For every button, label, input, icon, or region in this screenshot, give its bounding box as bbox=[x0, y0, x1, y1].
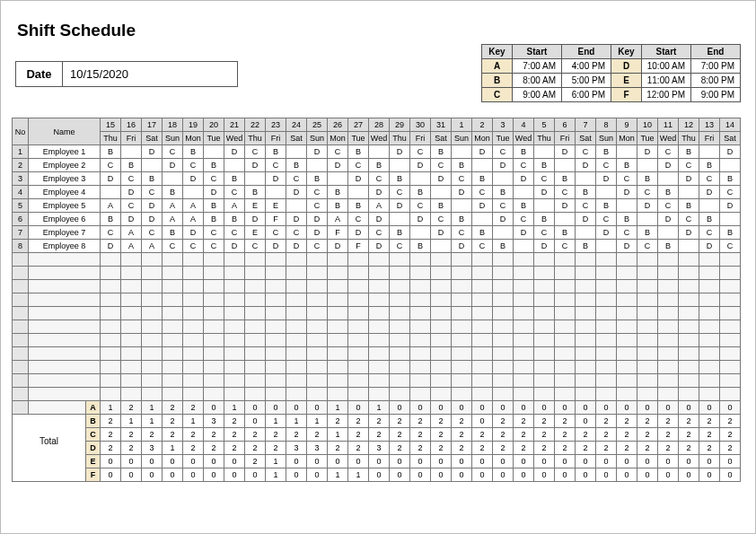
shift-cell[interactable] bbox=[410, 388, 431, 401]
shift-cell[interactable] bbox=[224, 361, 245, 374]
shift-cell[interactable] bbox=[699, 307, 720, 320]
shift-cell[interactable] bbox=[637, 334, 658, 347]
shift-cell[interactable] bbox=[596, 307, 617, 320]
shift-cell[interactable] bbox=[390, 280, 410, 293]
shift-cell[interactable] bbox=[617, 293, 637, 307]
shift-cell[interactable] bbox=[307, 293, 328, 307]
shift-cell[interactable]: C bbox=[307, 186, 328, 199]
shift-cell[interactable] bbox=[679, 186, 699, 199]
shift-cell[interactable] bbox=[555, 374, 576, 388]
shift-cell[interactable]: D bbox=[720, 145, 741, 159]
shift-cell[interactable] bbox=[410, 374, 431, 388]
shift-cell[interactable] bbox=[410, 320, 431, 334]
shift-cell[interactable]: A bbox=[163, 213, 183, 226]
shift-cell[interactable] bbox=[369, 334, 390, 347]
shift-cell[interactable] bbox=[452, 347, 472, 361]
shift-cell[interactable]: C bbox=[514, 213, 534, 226]
shift-cell[interactable]: B bbox=[204, 159, 224, 172]
shift-cell[interactable]: D bbox=[534, 240, 555, 253]
shift-cell[interactable]: B bbox=[493, 186, 514, 199]
shift-cell[interactable] bbox=[617, 388, 637, 401]
shift-cell[interactable] bbox=[534, 320, 555, 334]
shift-cell[interactable] bbox=[163, 374, 183, 388]
shift-cell[interactable] bbox=[410, 361, 431, 374]
shift-cell[interactable] bbox=[245, 388, 266, 401]
shift-cell[interactable] bbox=[617, 280, 637, 293]
shift-cell[interactable]: B bbox=[658, 240, 679, 253]
shift-cell[interactable]: C bbox=[617, 172, 637, 186]
shift-cell[interactable] bbox=[163, 267, 183, 280]
shift-cell[interactable] bbox=[390, 267, 410, 280]
shift-cell[interactable]: A bbox=[369, 199, 390, 213]
shift-cell[interactable] bbox=[514, 253, 534, 267]
shift-cell[interactable] bbox=[204, 307, 224, 320]
shift-cell[interactable] bbox=[493, 267, 514, 280]
shift-cell[interactable] bbox=[514, 280, 534, 293]
shift-cell[interactable] bbox=[472, 213, 493, 226]
shift-cell[interactable]: A bbox=[183, 213, 204, 226]
shift-cell[interactable] bbox=[720, 307, 741, 320]
shift-cell[interactable] bbox=[658, 388, 679, 401]
shift-cell[interactable] bbox=[328, 334, 348, 347]
shift-cell[interactable]: C bbox=[493, 199, 514, 213]
shift-cell[interactable] bbox=[699, 347, 720, 361]
shift-cell[interactable]: B bbox=[679, 199, 699, 213]
shift-cell[interactable] bbox=[245, 172, 266, 186]
shift-cell[interactable] bbox=[121, 253, 142, 267]
shift-cell[interactable]: D bbox=[286, 213, 307, 226]
shift-cell[interactable] bbox=[576, 347, 596, 361]
shift-cell[interactable] bbox=[555, 388, 576, 401]
shift-cell[interactable]: B bbox=[452, 159, 472, 172]
shift-cell[interactable]: D bbox=[101, 240, 121, 253]
shift-cell[interactable] bbox=[720, 388, 741, 401]
shift-cell[interactable] bbox=[163, 320, 183, 334]
shift-cell[interactable] bbox=[596, 334, 617, 347]
shift-cell[interactable] bbox=[679, 320, 699, 334]
shift-cell[interactable]: C bbox=[452, 226, 472, 240]
shift-cell[interactable] bbox=[163, 280, 183, 293]
shift-cell[interactable] bbox=[101, 186, 121, 199]
shift-cell[interactable]: C bbox=[658, 145, 679, 159]
shift-cell[interactable] bbox=[596, 374, 617, 388]
shift-cell[interactable] bbox=[617, 199, 637, 213]
shift-cell[interactable] bbox=[493, 253, 514, 267]
shift-cell[interactable] bbox=[410, 347, 431, 361]
shift-cell[interactable] bbox=[555, 361, 576, 374]
shift-cell[interactable] bbox=[224, 388, 245, 401]
shift-cell[interactable]: B bbox=[637, 226, 658, 240]
shift-cell[interactable] bbox=[142, 280, 163, 293]
shift-cell[interactable] bbox=[576, 334, 596, 347]
shift-cell[interactable] bbox=[286, 320, 307, 334]
shift-cell[interactable] bbox=[204, 374, 224, 388]
shift-cell[interactable] bbox=[720, 293, 741, 307]
shift-cell[interactable] bbox=[699, 361, 720, 374]
shift-cell[interactable] bbox=[699, 267, 720, 280]
shift-cell[interactable] bbox=[183, 186, 204, 199]
shift-cell[interactable]: C bbox=[101, 226, 121, 240]
shift-cell[interactable] bbox=[493, 226, 514, 240]
shift-cell[interactable]: D bbox=[183, 172, 204, 186]
shift-cell[interactable] bbox=[307, 361, 328, 374]
shift-cell[interactable] bbox=[245, 361, 266, 374]
shift-cell[interactable]: B bbox=[699, 213, 720, 226]
shift-cell[interactable] bbox=[390, 347, 410, 361]
shift-cell[interactable] bbox=[596, 320, 617, 334]
shift-cell[interactable] bbox=[493, 334, 514, 347]
shift-cell[interactable] bbox=[637, 388, 658, 401]
shift-cell[interactable] bbox=[204, 253, 224, 267]
shift-cell[interactable] bbox=[286, 374, 307, 388]
shift-cell[interactable] bbox=[555, 280, 576, 293]
shift-cell[interactable] bbox=[224, 267, 245, 280]
shift-cell[interactable] bbox=[679, 307, 699, 320]
shift-cell[interactable] bbox=[514, 334, 534, 347]
shift-cell[interactable] bbox=[390, 320, 410, 334]
shift-cell[interactable] bbox=[431, 293, 452, 307]
shift-cell[interactable]: D bbox=[431, 226, 452, 240]
shift-cell[interactable] bbox=[493, 172, 514, 186]
shift-cell[interactable] bbox=[720, 334, 741, 347]
shift-cell[interactable] bbox=[101, 253, 121, 267]
shift-cell[interactable] bbox=[307, 374, 328, 388]
shift-cell[interactable] bbox=[576, 253, 596, 267]
shift-cell[interactable]: B bbox=[431, 199, 452, 213]
shift-cell[interactable] bbox=[617, 320, 637, 334]
